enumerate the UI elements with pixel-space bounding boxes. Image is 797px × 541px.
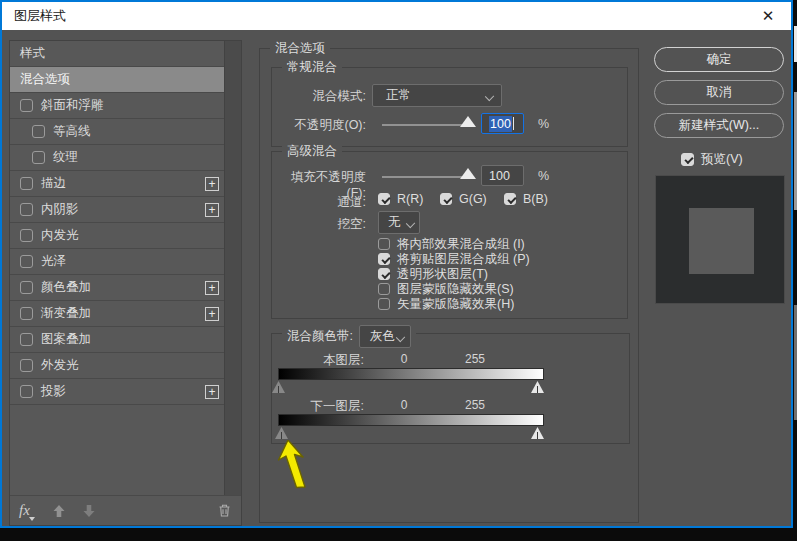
blend-clipped-checkbox[interactable] xyxy=(378,253,390,265)
knockout-value: 无 xyxy=(388,214,401,231)
channel-r[interactable]: R(R) xyxy=(378,192,423,206)
underlying-layer-gradient-bar[interactable] xyxy=(278,414,544,426)
move-effect-down-icon[interactable] xyxy=(82,504,96,518)
fill-opacity-slider-thumb[interactable] xyxy=(460,168,476,179)
fill-opacity-slider-track[interactable] xyxy=(382,176,470,178)
vector-mask-hides-checkbox[interactable] xyxy=(378,298,390,310)
blend-mode-value: 正常 xyxy=(386,87,411,104)
preview-checkbox[interactable] xyxy=(681,153,694,166)
gradient-overlay-checkbox[interactable] xyxy=(20,307,33,320)
sidebar-item-stroke[interactable]: 描边 + xyxy=(10,171,224,197)
blend-if-channel-value: 灰色 xyxy=(370,328,395,345)
inner-shadow-checkbox[interactable] xyxy=(20,203,33,216)
transparency-shapes-checkbox[interactable] xyxy=(378,268,390,280)
blend-interior-checkbox[interactable] xyxy=(378,238,390,250)
sidebar-item-label: 样式 xyxy=(20,45,45,62)
sidebar-footer: fx xyxy=(10,495,241,525)
delete-effect-icon[interactable] xyxy=(217,503,232,518)
add-color-overlay-icon[interactable]: + xyxy=(205,281,219,295)
sidebar-item-color-overlay[interactable]: 颜色叠加 + xyxy=(10,275,224,301)
chevron-down-icon xyxy=(406,219,415,228)
titlebar[interactable]: 图层样式 ✕ xyxy=(2,2,791,30)
option-blend-interior[interactable]: 将内部效果混合成组 (I) xyxy=(378,237,525,251)
sidebar-item-drop-shadow[interactable]: 投影 + xyxy=(10,379,224,405)
sidebar-item-styles[interactable]: 样式 xyxy=(10,41,224,67)
blend-if-channel-select[interactable]: 灰色 xyxy=(359,325,411,348)
underlying-layer-max: 255 xyxy=(460,398,490,412)
stroke-checkbox[interactable] xyxy=(20,177,33,190)
opacity-slider-track[interactable] xyxy=(382,124,470,126)
close-icon[interactable]: ✕ xyxy=(749,2,787,30)
opacity-slider-thumb[interactable] xyxy=(460,116,476,127)
sidebar-item-pattern-overlay[interactable]: 图案叠加 xyxy=(10,327,224,353)
sidebar-item-label: 外发光 xyxy=(41,357,79,374)
sidebar-item-label: 光泽 xyxy=(41,253,66,270)
option-layer-mask-hides[interactable]: 图层蒙版隐藏效果(S) xyxy=(378,282,514,296)
general-blending-group: 常规混合 混合模式: 正常 不透明度(O): 100 % xyxy=(271,67,628,147)
opacity-input[interactable]: 100 xyxy=(481,113,524,134)
fx-menu-icon[interactable]: fx xyxy=(19,502,30,519)
fill-opacity-input[interactable]: 100 xyxy=(481,165,524,186)
this-layer-gradient-bar[interactable] xyxy=(278,368,544,380)
blend-if-group: 混合颜色带: 灰色 本图层: 0 255 下一图层: 0 255 xyxy=(271,333,630,444)
contour-checkbox[interactable] xyxy=(32,125,45,138)
bevel-emboss-checkbox[interactable] xyxy=(20,99,33,112)
option-transparency-shapes[interactable]: 透明形状图层(T) xyxy=(378,267,488,281)
option-vector-mask-hides[interactable]: 矢量蒙版隐藏效果(H) xyxy=(378,297,514,311)
styles-sidebar: 样式 混合选项 斜面和浮雕 等高线 纹理 xyxy=(9,40,242,526)
sidebar-item-texture[interactable]: 纹理 xyxy=(10,145,224,171)
knockout-label: 挖空: xyxy=(272,216,366,233)
channel-g-checkbox[interactable] xyxy=(440,193,452,205)
add-inner-shadow-icon[interactable]: + xyxy=(205,203,219,217)
underlying-layer-white-slider[interactable] xyxy=(531,427,544,439)
outer-glow-checkbox[interactable] xyxy=(20,359,33,372)
cancel-button[interactable]: 取消 xyxy=(654,80,784,105)
layer-mask-hides-checkbox[interactable] xyxy=(378,283,390,295)
sidebar-item-satin[interactable]: 光泽 xyxy=(10,249,224,275)
channel-b[interactable]: B(B) xyxy=(504,192,548,206)
annotation-arrow-icon xyxy=(276,440,312,494)
texture-checkbox[interactable] xyxy=(32,151,45,164)
sidebar-item-outer-glow[interactable]: 外发光 xyxy=(10,353,224,379)
general-blending-legend: 常规混合 xyxy=(282,59,342,76)
add-stroke-icon[interactable]: + xyxy=(205,177,219,191)
this-layer-black-slider[interactable] xyxy=(272,381,285,393)
inner-glow-checkbox[interactable] xyxy=(20,229,33,242)
opacity-percent: % xyxy=(538,117,549,131)
preview-toggle[interactable]: 预览(V) xyxy=(681,151,743,168)
sidebar-item-contour[interactable]: 等高线 xyxy=(10,119,224,145)
dialog-body: 样式 混合选项 斜面和浮雕 等高线 纹理 xyxy=(2,30,791,526)
blending-options-panel: 混合选项 常规混合 混合模式: 正常 不透明度(O): 100 % 高级混合 xyxy=(259,48,639,523)
channel-g[interactable]: G(G) xyxy=(440,192,487,206)
sidebar-item-inner-shadow[interactable]: 内阴影 + xyxy=(10,197,224,223)
drop-shadow-checkbox[interactable] xyxy=(20,385,33,398)
sidebar-item-label: 内阴影 xyxy=(41,201,79,218)
add-gradient-overlay-icon[interactable]: + xyxy=(205,307,219,321)
sidebar-item-blending-options[interactable]: 混合选项 xyxy=(10,67,224,93)
blend-mode-label: 混合模式: xyxy=(272,88,366,105)
blend-mode-select[interactable]: 正常 xyxy=(372,84,502,107)
sidebar-item-gradient-overlay[interactable]: 渐变叠加 + xyxy=(10,301,224,327)
new-style-button[interactable]: 新建样式(W)... xyxy=(654,113,784,138)
channel-b-checkbox[interactable] xyxy=(504,193,516,205)
ok-button[interactable]: 确定 xyxy=(654,47,784,72)
move-effect-up-icon[interactable] xyxy=(52,504,66,518)
option-blend-clipped[interactable]: 将剪贴图层混合成组 (P) xyxy=(378,252,530,266)
chevron-down-icon xyxy=(396,333,405,342)
channel-r-checkbox[interactable] xyxy=(378,193,390,205)
sidebar-item-inner-glow[interactable]: 内发光 xyxy=(10,223,224,249)
option-label: 矢量蒙版隐藏效果(H) xyxy=(397,296,514,313)
sidebar-scrollbar[interactable] xyxy=(224,41,241,495)
blend-if-legend: 混合颜色带: 灰色 xyxy=(282,325,416,348)
text-caret xyxy=(513,117,514,130)
knockout-select[interactable]: 无 xyxy=(378,211,420,234)
satin-checkbox[interactable] xyxy=(20,255,33,268)
this-layer-white-slider[interactable] xyxy=(531,381,544,393)
pattern-overlay-checkbox[interactable] xyxy=(20,333,33,346)
this-layer-min: 0 xyxy=(394,352,414,366)
sidebar-item-bevel-emboss[interactable]: 斜面和浮雕 xyxy=(10,93,224,119)
underlying-layer-black-slider[interactable] xyxy=(275,427,288,439)
add-drop-shadow-icon[interactable]: + xyxy=(205,385,219,399)
sidebar-item-label: 内发光 xyxy=(41,227,79,244)
color-overlay-checkbox[interactable] xyxy=(20,281,33,294)
